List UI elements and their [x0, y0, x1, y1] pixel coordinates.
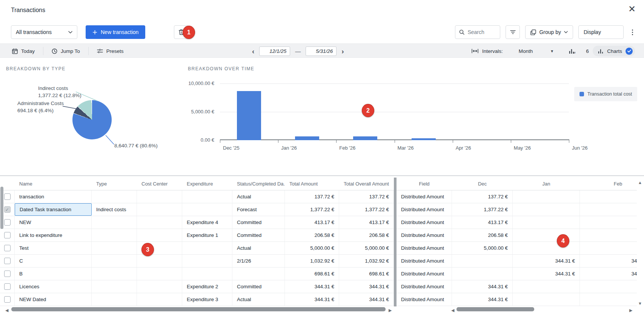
cell-expenditure[interactable] — [182, 203, 232, 216]
cell-jan[interactable] — [513, 216, 580, 229]
cell-type[interactable] — [92, 280, 137, 293]
cell-total_overall[interactable]: 413.17 € — [339, 216, 394, 229]
cell-total[interactable]: 698.61 € — [285, 268, 339, 280]
cell-expenditure[interactable]: Expenditure 3 — [182, 293, 232, 306]
cell-field[interactable]: Distributed Amount — [397, 229, 452, 241]
cell-dec[interactable] — [452, 255, 513, 267]
cell-cost_center[interactable] — [137, 280, 182, 293]
row-checkbox[interactable]: ✓ — [4, 283, 11, 290]
cell-name[interactable]: NEW — [15, 216, 92, 229]
transactions-scope-select[interactable]: All transactions — [11, 25, 77, 39]
today-button[interactable]: Today — [4, 47, 43, 55]
cell-name[interactable]: NEW Dated — [15, 293, 92, 306]
cell-total[interactable]: 1,377.22 € — [285, 203, 339, 216]
column-header-total[interactable]: Total Amount — [285, 178, 339, 190]
cell-cost_center[interactable] — [137, 293, 182, 306]
cell-status[interactable]: Actual — [232, 190, 285, 203]
row-checkbox[interactable]: ✓ — [4, 258, 11, 264]
cell-expenditure[interactable]: Expenditure 1 — [182, 229, 232, 241]
interval-dropdown-icon[interactable]: ▼ — [550, 49, 554, 53]
cell-cost_center[interactable] — [137, 216, 182, 229]
scroll-down-icon[interactable]: ▼ — [638, 302, 642, 306]
cell-status[interactable]: Actual — [232, 242, 285, 254]
scroll-up-icon[interactable]: ▲ — [638, 181, 642, 185]
cell-status[interactable]: Committed — [232, 229, 285, 241]
column-header-cost_center[interactable]: Cost Center — [137, 178, 182, 190]
cell-dec[interactable]: 344.31 € — [452, 280, 513, 293]
column-header-feb[interactable]: Feb — [580, 178, 637, 190]
cell-cost_center[interactable] — [137, 190, 182, 203]
next-period-icon[interactable]: › — [341, 48, 344, 55]
cell-type[interactable] — [92, 293, 137, 306]
cell-feb[interactable]: 344.31 € — [580, 255, 637, 267]
cell-total_overall[interactable]: 344.31 € — [339, 293, 394, 306]
cell-field[interactable]: Distributed Amount — [397, 293, 452, 306]
cell-expenditure[interactable] — [182, 255, 232, 267]
cell-field[interactable]: Distributed Amount — [397, 268, 452, 280]
right-pane-hscrollbar-thumb[interactable] — [456, 307, 534, 311]
cell-status[interactable]: Committed — [232, 280, 285, 293]
cell-cost_center[interactable] — [137, 229, 182, 241]
cell-cost_center[interactable] — [137, 203, 182, 216]
interval-select-value[interactable]: Month — [519, 48, 533, 54]
more-options-icon[interactable] — [629, 27, 636, 37]
new-transaction-button[interactable]: New transaction — [86, 25, 145, 39]
row-checkbox[interactable]: ✓ — [4, 245, 11, 251]
column-header-total_overall[interactable]: Total Overall Amount — [339, 178, 394, 190]
column-header-status[interactable]: Status/Completed Da... — [232, 178, 285, 190]
cell-dec[interactable]: 206.58 € — [452, 229, 513, 241]
column-header-dec[interactable]: Dec — [452, 178, 513, 190]
cell-total_overall[interactable]: 698.61 € — [339, 268, 394, 280]
cell-jan[interactable] — [513, 280, 580, 293]
cell-dec[interactable]: 344.31 € — [452, 293, 513, 306]
cell-jan[interactable] — [513, 293, 580, 306]
bar-Dec '25[interactable] — [237, 91, 261, 140]
cell-total[interactable]: 1,032.92 € — [285, 255, 339, 267]
display-button[interactable]: Display — [578, 25, 624, 39]
row-checkbox[interactable]: ✓ — [4, 219, 11, 226]
cell-jan[interactable] — [513, 203, 580, 216]
cell-feb[interactable] — [580, 190, 637, 203]
cell-total_overall[interactable]: 1,377.22 € — [339, 203, 394, 216]
cell-name[interactable]: Licences — [15, 280, 92, 293]
cell-status[interactable]: Forecast — [232, 203, 285, 216]
cell-status[interactable] — [232, 268, 285, 280]
left-pane-scroll-right-icon[interactable]: ▶ — [389, 308, 392, 312]
cell-name[interactable]: Link to expenditure — [15, 229, 92, 241]
cell-feb[interactable] — [580, 203, 637, 216]
cell-cost_center[interactable] — [137, 268, 182, 280]
presets-button[interactable]: Presets — [89, 47, 132, 55]
cell-total_overall[interactable]: 206.58 € — [339, 229, 394, 241]
cell-expenditure[interactable] — [182, 268, 232, 280]
column-header-type[interactable]: Type — [92, 178, 137, 190]
date-to-input[interactable] — [306, 46, 337, 56]
cell-type[interactable] — [92, 216, 137, 229]
cell-feb[interactable] — [580, 242, 637, 254]
cell-type[interactable] — [92, 268, 137, 280]
prev-period-icon[interactable]: ‹ — [252, 48, 254, 55]
cell-total_overall[interactable]: 137.72 € — [339, 190, 394, 203]
cell-status[interactable]: Committed — [232, 216, 285, 229]
row-checkbox[interactable]: ✓ — [4, 193, 11, 200]
cell-total[interactable]: 137.72 € — [285, 190, 339, 203]
date-from-input[interactable] — [259, 46, 290, 56]
close-icon[interactable]: ✕ — [628, 5, 636, 14]
cell-name[interactable]: Dated Task transaction — [15, 203, 92, 216]
cell-name[interactable]: Test — [15, 242, 92, 254]
cell-field[interactable]: Distributed Amount — [397, 242, 452, 254]
cell-dec[interactable]: 137.72 € — [452, 190, 513, 203]
cell-feb[interactable] — [580, 216, 637, 229]
cell-total[interactable]: 344.31 € — [285, 293, 339, 306]
cell-cost_center[interactable] — [137, 255, 182, 267]
cell-total[interactable]: 413.17 € — [285, 216, 339, 229]
cell-expenditure[interactable] — [182, 242, 232, 254]
column-header-expenditure[interactable]: Expenditure — [182, 178, 232, 190]
cell-total[interactable]: 206.58 € — [285, 229, 339, 241]
right-pane-scroll-left-icon[interactable]: ◀ — [451, 308, 454, 312]
cell-dec[interactable] — [452, 268, 513, 280]
vertical-scrollbar-thumb[interactable] — [0, 187, 3, 229]
bar-Feb '26[interactable] — [353, 136, 377, 140]
grid-pane-divider[interactable] — [394, 178, 397, 306]
cell-status[interactable]: 2/1/26 — [232, 255, 285, 267]
column-header-field[interactable]: Field — [397, 178, 452, 190]
